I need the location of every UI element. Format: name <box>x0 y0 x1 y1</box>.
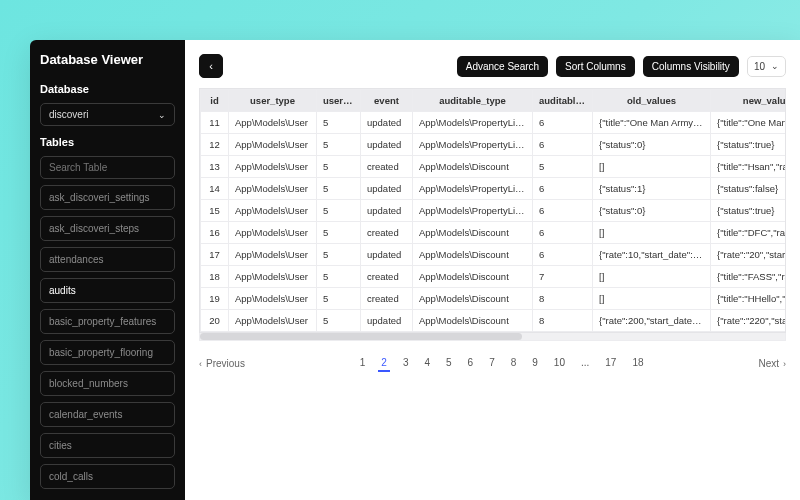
table-cell: updated <box>361 134 413 156</box>
sidebar-table-item[interactable]: ask_discoveri_steps <box>40 216 175 241</box>
table-cell: {"status":1} <box>593 178 711 200</box>
page-number[interactable]: 8 <box>508 355 520 372</box>
table-cell: App\Models\User <box>229 200 317 222</box>
table-row[interactable]: 16App\Models\User5createdApp\Models\Disc… <box>201 222 787 244</box>
table-cell: App\Models\PropertyListin... <box>413 200 533 222</box>
table-row[interactable]: 17App\Models\User5updatedApp\Models\Disc… <box>201 244 787 266</box>
table-row[interactable]: 20App\Models\User5updatedApp\Models\Disc… <box>201 310 787 332</box>
table-cell: {"title":"Hsan","rate_type": <box>711 156 787 178</box>
sidebar-table-item[interactable]: basic_property_features <box>40 309 175 334</box>
database-select[interactable]: discoveri ⌄ <box>40 103 175 126</box>
table-cell: 16 <box>201 222 229 244</box>
page-number[interactable]: 10 <box>551 355 568 372</box>
table-cell: App\Models\Discount <box>413 156 533 178</box>
table-cell: 6 <box>533 112 593 134</box>
column-header[interactable]: auditable_id <box>533 90 593 112</box>
sidebar-table-item[interactable]: blocked_numbers <box>40 371 175 396</box>
page-number[interactable]: 9 <box>529 355 541 372</box>
column-header[interactable]: id <box>201 90 229 112</box>
scrollbar-thumb[interactable] <box>200 333 522 340</box>
table-cell: App\Models\Discount <box>413 266 533 288</box>
table-cell: App\Models\PropertyListin... <box>413 178 533 200</box>
horizontal-scrollbar[interactable] <box>199 333 786 341</box>
table-cell: 8 <box>533 310 593 332</box>
table-row[interactable]: 13App\Models\User5createdApp\Models\Disc… <box>201 156 787 178</box>
table-cell: 14 <box>201 178 229 200</box>
table-cell: 6 <box>533 178 593 200</box>
table-cell: {"status":true} <box>711 134 787 156</box>
column-header[interactable]: auditable_type <box>413 90 533 112</box>
page-number[interactable]: 7 <box>486 355 498 372</box>
column-header[interactable]: event <box>361 90 413 112</box>
tables-section-label: Tables <box>40 136 175 148</box>
table-cell: 6 <box>533 200 593 222</box>
table-cell: App\Models\Discount <box>413 244 533 266</box>
column-header[interactable]: old_values <box>593 90 711 112</box>
prev-label: Previous <box>206 358 245 369</box>
sidebar-table-item[interactable]: calendar_events <box>40 402 175 427</box>
table-cell: updated <box>361 244 413 266</box>
page-size-select[interactable]: 10 ⌄ <box>747 56 786 77</box>
table-row[interactable]: 19App\Models\User5createdApp\Models\Disc… <box>201 288 787 310</box>
table-cell: 5 <box>317 200 361 222</box>
next-label: Next <box>758 358 779 369</box>
table-cell: 15 <box>201 200 229 222</box>
table-cell: created <box>361 156 413 178</box>
table-cell: App\Models\Discount <box>413 310 533 332</box>
sidebar-table-item[interactable]: ask_discoveri_settings <box>40 185 175 210</box>
page-number[interactable]: 2 <box>378 355 390 372</box>
sidebar-table-item[interactable]: basic_property_flooring <box>40 340 175 365</box>
toolbar: ‹ Advance Search Sort Columns Columns Vi… <box>199 54 786 78</box>
sidebar-table-item[interactable]: cities <box>40 433 175 458</box>
page-number[interactable]: 6 <box>465 355 477 372</box>
table-cell: {"title":"One Man Army G <box>711 112 787 134</box>
table-cell: updated <box>361 310 413 332</box>
table-cell: App\Models\User <box>229 266 317 288</box>
sidebar-table-item[interactable]: cold_calls <box>40 464 175 489</box>
table-cell: {"title":"FASS","rate_type" <box>711 266 787 288</box>
table-cell: 20 <box>201 310 229 332</box>
table-row[interactable]: 14App\Models\User5updatedApp\Models\Prop… <box>201 178 787 200</box>
table-cell: updated <box>361 178 413 200</box>
app-shell: Database Viewer Database discoveri ⌄ Tab… <box>30 40 800 500</box>
table-cell: 5 <box>317 134 361 156</box>
page-number[interactable]: 18 <box>629 355 646 372</box>
table-cell: 17 <box>201 244 229 266</box>
sidebar-table-item[interactable]: audits <box>40 278 175 303</box>
sort-columns-button[interactable]: Sort Columns <box>556 56 635 77</box>
table-cell: 7 <box>533 266 593 288</box>
table-cell: created <box>361 222 413 244</box>
column-header[interactable]: user_id <box>317 90 361 112</box>
columns-visibility-button[interactable]: Columns Visibility <box>643 56 739 77</box>
table-cell: 18 <box>201 266 229 288</box>
page-number[interactable]: 3 <box>400 355 412 372</box>
table-cell: [] <box>593 288 711 310</box>
table-cell: {"rate":10,"start_date":"2023... <box>593 244 711 266</box>
table-cell: created <box>361 266 413 288</box>
page-number[interactable]: 4 <box>421 355 433 372</box>
table-row[interactable]: 15App\Models\User5updatedApp\Models\Prop… <box>201 200 787 222</box>
column-header[interactable]: new_values <box>711 90 787 112</box>
table-cell: App\Models\User <box>229 112 317 134</box>
table-cell: App\Models\PropertyListin... <box>413 134 533 156</box>
page-number[interactable]: 1 <box>357 355 369 372</box>
advance-search-button[interactable]: Advance Search <box>457 56 548 77</box>
next-page-button[interactable]: Next › <box>758 358 786 369</box>
table-row[interactable]: 18App\Models\User5createdApp\Models\Disc… <box>201 266 787 288</box>
table-cell: App\Models\User <box>229 178 317 200</box>
table-cell: 5 <box>317 156 361 178</box>
table-row[interactable]: 11App\Models\User5updatedApp\Models\Prop… <box>201 112 787 134</box>
page-number[interactable]: 17 <box>602 355 619 372</box>
table-cell: 5 <box>317 222 361 244</box>
table-row[interactable]: 12App\Models\User5updatedApp\Models\Prop… <box>201 134 787 156</box>
table-cell: 6 <box>533 244 593 266</box>
search-table-input[interactable] <box>40 156 175 179</box>
prev-page-button[interactable]: ‹ Previous <box>199 358 245 369</box>
back-button[interactable]: ‹ <box>199 54 223 78</box>
table-cell: App\Models\Discount <box>413 288 533 310</box>
database-selected-value: discoveri <box>49 109 88 120</box>
column-header[interactable]: user_type <box>229 90 317 112</box>
page-number[interactable]: 5 <box>443 355 455 372</box>
page-size-value: 10 <box>754 61 765 72</box>
sidebar-table-item[interactable]: attendances <box>40 247 175 272</box>
